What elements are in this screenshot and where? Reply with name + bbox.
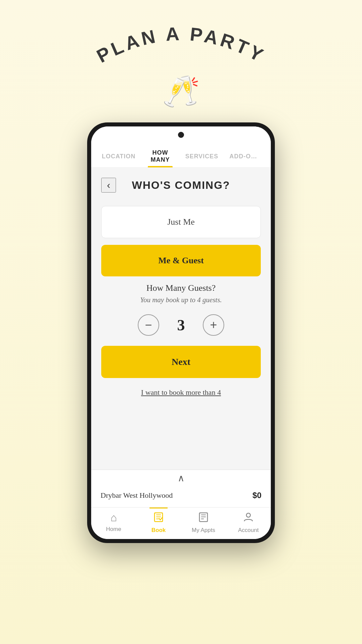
nav-account-label: Account [238, 527, 258, 534]
nav-book[interactable]: Book [136, 512, 181, 534]
tab-location[interactable]: LOCATION [98, 147, 139, 164]
location-name: Drybar West Hollywood [101, 491, 173, 500]
plan-a-party-title: PLAN A PARTY [90, 27, 272, 70]
back-chevron-icon: ‹ [107, 179, 110, 191]
nav-home[interactable]: ⌂ Home [91, 512, 136, 534]
decrement-button[interactable]: − [138, 314, 159, 336]
page-header: ‹ WHO'S COMING? [101, 178, 261, 193]
me-and-guest-button[interactable]: Me & Guest [101, 245, 261, 276]
nav-home-label: Home [106, 526, 121, 533]
back-button[interactable]: ‹ [101, 178, 116, 193]
book-more-link[interactable]: I want to book more than 4 [101, 385, 261, 400]
guest-section: How Many Guests? You may book up to 4 gu… [101, 283, 261, 336]
bottom-bar: ∧ Drybar West Hollywood $0 [91, 470, 271, 507]
guest-count-title: How Many Guests? [101, 283, 261, 293]
svg-text:PLAN A PARTY: PLAN A PARTY [93, 27, 269, 67]
counter-row: − 3 + [101, 314, 261, 336]
collapse-icon: ∧ [178, 473, 185, 484]
nav-my-appts[interactable]: My Appts [181, 512, 226, 534]
nav-book-label: Book [152, 527, 166, 534]
location-bar: Drybar West Hollywood $0 [91, 484, 271, 507]
tab-services[interactable]: SERVICES [181, 147, 223, 164]
my-appts-icon [198, 512, 209, 525]
status-bar [91, 126, 271, 143]
camera-dot [178, 132, 184, 138]
guest-count-value: 3 [173, 316, 189, 334]
book-icon [153, 512, 164, 525]
nav-bar: ⌂ Home Book [91, 507, 271, 539]
top-section: PLAN A PARTY 🥂 [90, 0, 272, 109]
next-button[interactable]: Next [101, 346, 261, 378]
page-title: WHO'S COMING? [116, 179, 246, 192]
just-me-button[interactable]: Just Me [101, 206, 261, 238]
tab-add-ons[interactable]: ADD-O… [223, 147, 264, 164]
nav-my-appts-label: My Appts [192, 527, 215, 534]
phone-frame: LOCATION HOW MANY SERVICES ADD-O… ‹ WHO'… [87, 122, 275, 543]
plus-icon: + [210, 319, 217, 331]
svg-point-9 [246, 513, 250, 517]
guest-count-subtitle: You may book up to 4 guests. [101, 296, 261, 304]
price-label: $0 [252, 491, 261, 500]
account-icon [243, 512, 254, 525]
collapse-handle-wrap[interactable]: ∧ [91, 470, 271, 484]
tabs-bar: LOCATION HOW MANY SERVICES ADD-O… [91, 143, 271, 168]
champagne-icon: 🥂 [162, 74, 200, 109]
increment-button[interactable]: + [203, 314, 224, 336]
tab-how-many[interactable]: HOW MANY [139, 143, 181, 167]
phone-screen: LOCATION HOW MANY SERVICES ADD-O… ‹ WHO'… [91, 126, 271, 539]
minus-icon: − [145, 319, 152, 331]
screen-content: ‹ WHO'S COMING? Just Me Me & Guest How M… [91, 168, 271, 470]
home-icon: ⌂ [110, 512, 117, 524]
nav-account[interactable]: Account [226, 512, 271, 534]
